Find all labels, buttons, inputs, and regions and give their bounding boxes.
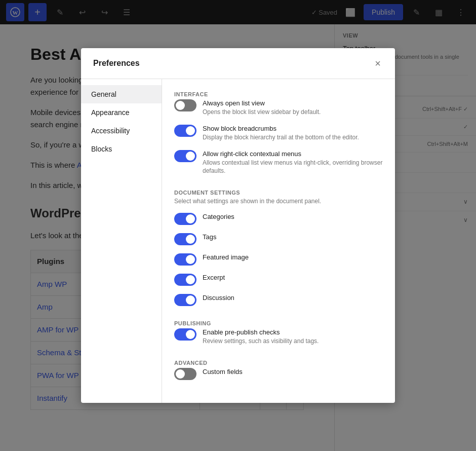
discussion-label: Discussion [203,294,234,302]
discussion-toggle[interactable] [174,294,196,306]
modal-body: General Appearance Accessibility Blocks … [81,79,395,403]
publishing-title: Publishing [174,320,383,326]
show-block-breadcrumbs-label: Show block breadcrumbs [203,125,359,132]
modal-sidebar-nav: General Appearance Accessibility Blocks [81,79,162,403]
nav-accessibility[interactable]: Accessibility [81,122,162,140]
custom-fields-row: Custom fields [174,368,383,380]
modal-content-area: Interface Always open list view Opens th… [162,79,395,403]
allow-right-click-menus-row: Allow right-click contextual menus Allow… [174,150,383,176]
advanced-section: Advanced Custom fields [174,360,383,380]
featured-image-row: Featured image [174,253,383,266]
preferences-modal: Preferences × General Appearance Accessi… [81,48,395,403]
always-open-list-view-desc: Opens the block list view sidebar by def… [203,108,321,117]
publishing-section: Publishing Enable pre-publish checks Rev… [174,320,383,346]
featured-image-toggle[interactable] [174,253,196,266]
modal-header: Preferences × [81,48,395,79]
nav-blocks[interactable]: Blocks [81,140,162,158]
featured-image-label: Featured image [203,253,249,261]
modal-overlay[interactable]: Preferences × General Appearance Accessi… [0,0,476,451]
interface-section: Interface Always open list view Opens th… [174,91,383,175]
document-settings-section: Document settings Select what settings a… [174,190,383,306]
interface-section-title: Interface [174,91,383,97]
pre-publish-checks-toggle[interactable] [174,328,196,341]
custom-fields-toggle[interactable] [174,368,196,380]
tags-row: Tags [174,233,383,245]
tags-toggle[interactable] [174,233,196,245]
allow-right-click-menus-toggle[interactable] [174,150,196,162]
pre-publish-checks-row: Enable pre-publish checks Review setting… [174,328,383,346]
pre-publish-checks-desc: Review settings, such as visibility and … [203,337,319,346]
advanced-title: Advanced [174,360,383,366]
modal-title: Preferences [93,59,140,68]
custom-fields-label: Custom fields [203,368,243,375]
always-open-list-view-row: Always open list view Opens the block li… [174,99,383,117]
always-open-list-view-toggle[interactable] [174,99,196,111]
discussion-row: Discussion [174,294,383,306]
nav-appearance[interactable]: Appearance [81,103,162,122]
categories-label: Categories [203,213,234,220]
categories-toggle[interactable] [174,213,196,225]
excerpt-label: Excerpt [203,274,225,281]
nav-general[interactable]: General [81,85,162,103]
categories-row: Categories [174,213,383,225]
excerpt-toggle[interactable] [174,274,196,286]
pre-publish-checks-label: Enable pre-publish checks [203,328,319,336]
show-block-breadcrumbs-desc: Display the block hierarchy trail at the… [203,133,359,142]
document-settings-title: Document settings [174,190,383,196]
modal-close-button[interactable]: × [373,56,383,70]
show-block-breadcrumbs-row: Show block breadcrumbs Display the block… [174,125,383,142]
excerpt-row: Excerpt [174,274,383,286]
allow-right-click-menus-desc: Allows contextual list view menus via ri… [203,159,383,176]
show-block-breadcrumbs-toggle[interactable] [174,125,196,137]
always-open-list-view-label: Always open list view [203,99,321,107]
allow-right-click-menus-label: Allow right-click contextual menus [203,150,383,158]
document-settings-desc: Select what settings are shown in the do… [174,198,383,205]
tags-label: Tags [203,233,216,241]
